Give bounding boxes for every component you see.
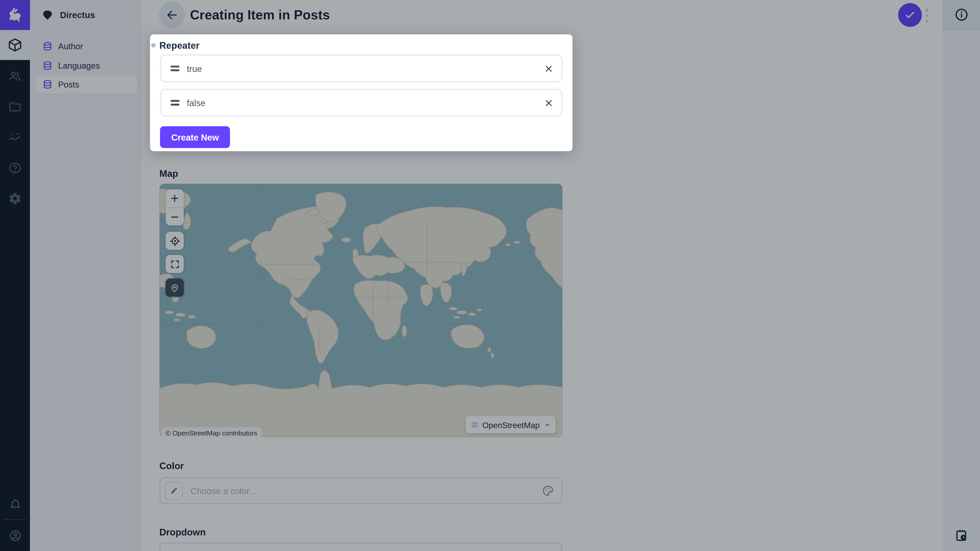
- close-icon: [544, 98, 554, 108]
- edited-indicator-dot: [151, 43, 156, 48]
- repeater-row-input[interactable]: [186, 63, 536, 74]
- app-window: Directus Author Languages Posts Creating…: [0, 0, 980, 551]
- create-new-button[interactable]: Create New: [160, 126, 230, 148]
- close-icon: [544, 64, 554, 73]
- repeater-field-label: Repeater: [159, 40, 199, 51]
- repeater-row: [160, 89, 563, 117]
- remove-row-button[interactable]: [536, 56, 561, 81]
- drag-handle-icon[interactable]: [171, 66, 180, 71]
- repeater-label-row: Repeater: [151, 40, 200, 51]
- repeater-row: [160, 54, 563, 83]
- drag-handle-icon[interactable]: [171, 100, 180, 105]
- repeater-row-input[interactable]: [186, 97, 536, 108]
- remove-row-button[interactable]: [536, 90, 561, 116]
